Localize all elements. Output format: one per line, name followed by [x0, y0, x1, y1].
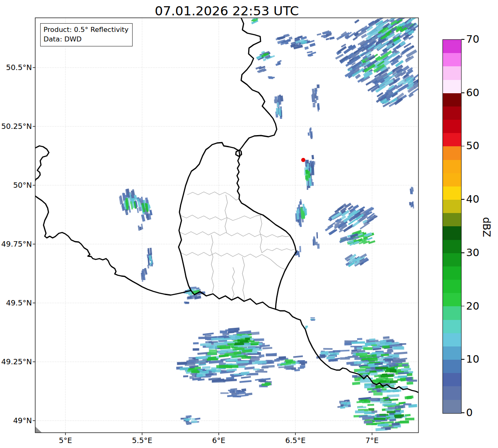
y-tick-label: 50°N [0, 181, 32, 190]
colorbar-tick-mark [462, 199, 464, 200]
colorbar [442, 39, 462, 414]
colorbar-segment [443, 160, 461, 173]
colorbar-segment [443, 306, 461, 320]
colorbar-segment [443, 373, 461, 386]
colorbar-tick-label: 20 [466, 300, 479, 312]
colorbar-segment [443, 213, 461, 226]
colorbar-segment [443, 293, 461, 306]
canton-borders [179, 192, 295, 301]
x-tick-label: 5°E [49, 436, 82, 445]
colorbar-segment [443, 320, 461, 333]
colorbar-tick-label: 50 [466, 140, 479, 152]
radar-figure: 07.01.2026 22:53 UTC Product: 0.5° Refle… [0, 0, 498, 448]
colorbar-segment [443, 66, 461, 80]
radar-site-marker [301, 158, 305, 162]
x-tick-label: 6°E [202, 436, 235, 445]
colorbar-segment [443, 253, 461, 266]
colorbar-segment [443, 107, 461, 120]
y-tick-label: 49.25°N [0, 357, 32, 366]
colorbar-segment [443, 240, 461, 253]
x-tick-label: 6.5°E [279, 436, 312, 445]
colorbar-segment [443, 400, 461, 413]
colorbar-segment [443, 266, 461, 280]
colorbar-tick-mark [462, 146, 464, 147]
colorbar-tick-label: 70 [466, 33, 479, 46]
colorbar-segment [443, 146, 461, 160]
colorbar-segment [443, 93, 461, 107]
y-tick-label: 50.5°N [0, 63, 32, 72]
colorbar-tick-mark [462, 39, 464, 40]
colorbar-segment [443, 226, 461, 240]
radar-echoes [119, 13, 423, 431]
colorbar-tick-mark [462, 359, 464, 360]
colorbar-segment [443, 333, 461, 346]
y-tick-label: 50.25°N [0, 122, 32, 131]
colorbar-segment [443, 40, 461, 53]
colorbar-label: dBZ [481, 202, 492, 252]
colorbar-segment [443, 53, 461, 66]
colorbar-tick-label: 0 [466, 407, 473, 419]
data-source-line: Data: DWD [44, 34, 128, 44]
y-tick-label: 49.75°N [0, 240, 32, 249]
y-tick-label: 49.5°N [0, 298, 32, 308]
colorbar-segment [443, 133, 461, 146]
colorbar-segment [443, 360, 461, 373]
colorbar-tick-label: 60 [466, 87, 479, 99]
colorbar-tick-mark [462, 306, 464, 307]
colorbar-tick-mark [462, 252, 464, 253]
domain-edge-triangle [35, 426, 42, 433]
colorbar-segment [443, 280, 461, 293]
x-tick-label: 7°E [355, 436, 389, 445]
colorbar-segment [443, 186, 461, 200]
map-canvas [0, 0, 498, 448]
colorbar-segment [443, 346, 461, 360]
colorbar-tick-label: 30 [466, 247, 479, 259]
product-annotation: Product: 0.5° Reflectivity Data: DWD [40, 23, 133, 46]
colorbar-segment [443, 173, 461, 186]
colorbar-tick-label: 40 [466, 193, 479, 206]
y-tick-label: 49°N [0, 416, 32, 425]
colorbar-gradient [443, 40, 461, 413]
colorbar-tick-mark [462, 412, 464, 413]
colorbar-segment [443, 120, 461, 133]
x-tick-label: 5.5°E [126, 436, 159, 445]
colorbar-segment [443, 386, 461, 400]
product-line: Product: 0.5° Reflectivity [44, 25, 128, 34]
colorbar-segment [443, 200, 461, 213]
colorbar-tick-label: 10 [466, 353, 479, 366]
colorbar-segment [443, 80, 461, 93]
colorbar-tick-mark [462, 92, 464, 93]
